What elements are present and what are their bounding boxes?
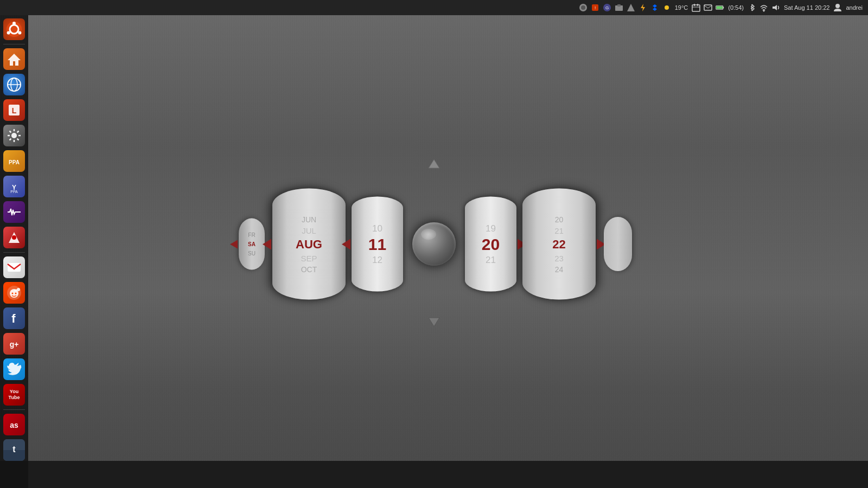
month-prev-2: JUN — [302, 215, 316, 223]
svg-point-39 — [15, 293, 17, 294]
weekday-far-left-labels: FR SA SU — [248, 230, 256, 258]
sidebar-item-gmail[interactable] — [2, 255, 26, 279]
sidebar-item-classicmenu[interactable] — [2, 226, 26, 249]
indicator-icon-1[interactable]: ! — [590, 3, 600, 12]
nav-arrow-far-left[interactable] — [230, 240, 238, 248]
battery-time: (0:54) — [727, 4, 745, 11]
indicator-icon-4[interactable] — [626, 3, 636, 12]
svg-point-34 — [12, 235, 16, 240]
svg-rect-7 — [617, 4, 621, 7]
calendar-tray-icon[interactable] — [691, 3, 701, 12]
week-num-next: 23 — [554, 253, 564, 262]
user-icon[interactable] — [833, 3, 843, 12]
svg-point-8 — [665, 5, 669, 10]
sidebar-item-ubuntu[interactable] — [2, 17, 26, 41]
svg-text:PPA: PPA — [10, 190, 18, 194]
bottom-panel — [0, 461, 868, 488]
weeknum-drum[interactable]: 19 20 21 — [465, 197, 516, 292]
svg-text:g+: g+ — [10, 340, 19, 349]
wifi-icon[interactable] — [759, 3, 769, 12]
svg-text:!: ! — [595, 5, 596, 10]
month-next-1: SEP — [301, 253, 317, 262]
svg-text:L: L — [12, 106, 17, 115]
datetime-display[interactable]: Sat Aug 11 20:22 — [783, 4, 831, 11]
sidebar-item-home[interactable] — [2, 47, 26, 71]
indicator-icon-3[interactable] — [614, 3, 624, 12]
week-num-current: 22 — [552, 237, 565, 251]
week-num-prev: 21 — [554, 226, 564, 235]
scroll-down-button[interactable] — [426, 313, 442, 331]
svg-text:G: G — [605, 5, 609, 10]
nav-arrow-day-left[interactable] — [342, 239, 350, 249]
scroll-up-button[interactable] — [426, 157, 442, 175]
svg-text:t: t — [12, 445, 16, 454]
svg-rect-12 — [697, 4, 698, 6]
month-drum[interactable]: JUN JUL AUG SEP OCT — [272, 189, 346, 300]
thunderbolt-icon[interactable] — [638, 3, 648, 12]
month-current: AUG — [296, 237, 322, 251]
day-current: 11 — [368, 235, 386, 253]
svg-point-1 — [581, 5, 585, 10]
week-drum-big[interactable]: 20 21 22 23 24 — [522, 189, 596, 300]
sidebar-item-facebook[interactable]: f — [2, 306, 26, 330]
svg-rect-11 — [694, 4, 695, 6]
svg-point-17 — [763, 10, 765, 12]
svg-rect-16 — [717, 7, 723, 9]
sidebar-item-settings[interactable] — [2, 124, 26, 147]
sidebar-item-reddit[interactable] — [2, 281, 26, 305]
bluetooth-icon[interactable] — [747, 3, 757, 12]
username-display[interactable]: andrei — [845, 4, 864, 11]
nav-arrow-month-left[interactable] — [263, 239, 271, 249]
day-prev: 10 — [372, 223, 382, 234]
sidebar-item-synaptic[interactable]: PPA — [2, 149, 26, 173]
sidebar-item-twitter[interactable] — [2, 357, 26, 381]
volume-icon[interactable] — [771, 3, 781, 12]
sidebar-item-tumblr[interactable]: t — [2, 438, 26, 462]
svg-rect-9 — [692, 5, 700, 11]
month-prev-1: JUL — [302, 226, 316, 235]
day-drum[interactable]: 10 11 12 — [352, 197, 403, 292]
svg-point-21 — [12, 22, 16, 25]
svg-rect-13 — [704, 5, 712, 10]
week-num-far-prev: 20 — [555, 215, 564, 223]
weeknum-prev: 19 — [486, 223, 496, 234]
weekday-label-fr: FR — [248, 230, 256, 240]
weekday-drum-far-right[interactable] — [604, 217, 632, 271]
dock-divider-3 — [3, 409, 25, 410]
sidebar-item-lastfm[interactable]: as — [2, 413, 26, 436]
top-panel: ! G 19°C (0:54) — [0, 0, 868, 15]
indicator-icon-2[interactable]: G — [602, 3, 612, 12]
svg-rect-35 — [8, 263, 21, 272]
calendar-widget: FR SA SU JUN JUL AUG SEP OCT 10 11 12 — [244, 174, 624, 314]
sidebar-item-web[interactable] — [2, 73, 26, 97]
weather-icon[interactable] — [662, 3, 672, 12]
weekday-label-sa: SA — [248, 240, 256, 249]
synapse-icon[interactable] — [578, 3, 588, 12]
dock-divider-2 — [3, 252, 25, 253]
sidebar-item-libreoffice[interactable]: L — [2, 98, 26, 122]
week-num-far-next: 24 — [555, 265, 564, 273]
month-next-2: OCT — [301, 265, 317, 273]
sidebar-item-pulse[interactable] — [2, 200, 26, 224]
sidebar-item-youtube[interactable]: YouTube — [2, 383, 26, 407]
battery-icon[interactable] — [715, 3, 725, 12]
temperature-display: 19°C — [674, 4, 690, 11]
application-dock: L PPA Y PPA — [0, 15, 28, 488]
svg-point-23 — [18, 31, 21, 35]
svg-text:PPA: PPA — [9, 159, 20, 165]
weekday-label-su: SU — [248, 249, 256, 258]
svg-point-29 — [11, 133, 17, 138]
svg-text:f: f — [11, 312, 16, 325]
mail-icon[interactable] — [703, 3, 713, 12]
svg-point-38 — [12, 293, 14, 294]
dock-divider-1 — [3, 44, 25, 44]
panel-system-tray: ! G 19°C (0:54) — [578, 3, 864, 12]
weeknum-current: 20 — [482, 235, 500, 253]
dropbox-icon[interactable] — [650, 3, 660, 12]
weekday-drum-far-left[interactable]: FR SA SU — [239, 219, 265, 270]
day-next: 12 — [372, 254, 382, 265]
svg-point-22 — [7, 31, 10, 35]
sidebar-item-gplus[interactable]: g+ — [2, 332, 26, 356]
sidebar-item-yppa[interactable]: Y PPA — [2, 175, 26, 198]
calendar-center-orb — [412, 222, 456, 266]
